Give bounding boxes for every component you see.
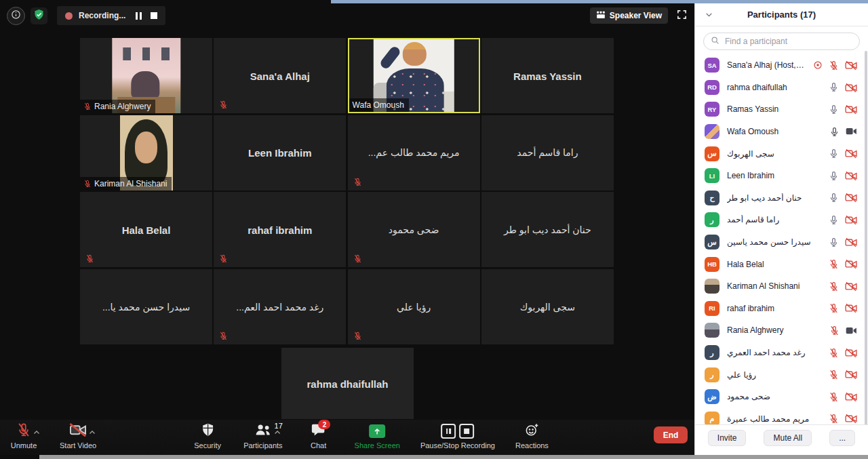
tile-name-label: rahaf ibrahim	[214, 224, 346, 235]
participant-name: Wafa Omoush	[727, 127, 822, 136]
muted-mic-icon	[829, 348, 839, 358]
video-off-icon	[845, 414, 857, 424]
chat-unread-badge: 2	[319, 420, 331, 429]
security-shield-icon	[201, 422, 215, 440]
invite-button[interactable]: Invite	[708, 430, 747, 446]
tile-name-label: Kariman Al Shishani	[80, 177, 172, 191]
participant-name: rahma dhaifullah	[727, 83, 821, 92]
muted-mic-icon	[353, 177, 362, 186]
chevron-down-icon	[705, 9, 713, 21]
participant-row[interactable]: RIrahaf ibrahim	[695, 298, 864, 320]
video-tile[interactable]: ...رغد محمد احمد العم	[214, 269, 346, 344]
avatar: ر	[705, 345, 719, 360]
participant-row[interactable]: RDrahma dhaifullah	[695, 77, 864, 99]
participant-name: حنان أحمد ديب ابو طر	[727, 193, 821, 203]
participant-row[interactable]: ممريم محمد طالب عميرة	[695, 408, 864, 425]
video-tile[interactable]: ...سيدرا حسن محمد يا	[80, 269, 212, 344]
participant-row[interactable]: LILeen Ibrahim	[695, 165, 864, 187]
video-tile[interactable]: ...مريم محمد طالب عم	[348, 115, 480, 191]
encryption-shield-button[interactable]	[31, 7, 47, 24]
participant-row[interactable]: سسجى الهربوك	[695, 142, 864, 165]
participant-name: Kariman Al Shishani	[727, 281, 821, 291]
chat-button[interactable]: 2Chat	[302, 422, 336, 450]
start-video-button[interactable]: Start Video	[58, 422, 98, 450]
chevron-up-icon[interactable]	[273, 427, 281, 439]
video-tile[interactable]: Ramas Yassin	[481, 38, 614, 113]
participant-row[interactable]: ررؤيا علي	[695, 363, 864, 386]
tile-name-label: رؤيا علي	[348, 302, 480, 313]
participant-row[interactable]: ضضحى محمود	[695, 386, 864, 408]
speaker-view-button[interactable]: Speaker View	[590, 7, 668, 24]
video-off-icon	[845, 83, 857, 93]
avatar	[705, 124, 719, 139]
end-meeting-button[interactable]: End	[654, 426, 688, 443]
participant-list-scrollbar[interactable]	[865, 51, 867, 437]
participant-name: سيدرا حسن محمد ياسين	[727, 237, 821, 247]
participant-list: SASana'a Alhaj (Host, me)RDrahma dhaiful…	[695, 54, 864, 424]
avatar: RY	[705, 102, 719, 117]
recording-label: Recording...	[79, 11, 125, 20]
avatar	[705, 279, 719, 294]
participant-row[interactable]: ححنان أحمد ديب ابو طر	[695, 187, 864, 209]
video-tile[interactable]: rahaf ibrahim	[214, 192, 346, 267]
search-input[interactable]	[724, 36, 852, 47]
recording-indicator: Recording...	[57, 6, 165, 25]
participants-button[interactable]: 17Participants	[242, 422, 283, 450]
camera-muted-icon	[69, 423, 87, 439]
pause-stop-recording-button[interactable]: Pause/Stop Recording	[419, 422, 496, 450]
video-tile[interactable]: Wafa Omoush	[348, 38, 480, 113]
participant-name: راما قاسم أحمد	[727, 215, 821, 224]
more-options-button[interactable]: ...	[829, 430, 855, 446]
muted-mic-icon	[85, 254, 94, 262]
meeting-info-button[interactable]	[7, 7, 25, 25]
mic-icon	[829, 127, 840, 137]
video-tile[interactable]: رؤيا علي	[348, 269, 480, 344]
participant-row[interactable]: Rania Alghwery	[695, 319, 864, 342]
tile-name-label: Wafa Omoush	[349, 98, 409, 112]
security-button[interactable]: Security	[191, 422, 224, 450]
video-tile[interactable]: Kariman Al Shishani	[80, 115, 212, 191]
chevron-up-icon[interactable]	[88, 427, 96, 439]
video-tile[interactable]: سجى الهربوك	[481, 269, 614, 344]
participant-name: رؤيا علي	[727, 370, 821, 380]
chevron-up-icon[interactable]	[33, 427, 41, 439]
video-tile[interactable]: Sana'a Alhaj	[214, 38, 346, 113]
muted-mic-icon	[829, 392, 839, 402]
participants-panel-title: Participants (17)	[747, 9, 816, 20]
participant-row[interactable]: ررغد محمد احمد العمري	[695, 342, 864, 364]
video-tile[interactable]: Rania Alghwery	[80, 38, 212, 113]
participants-icon	[254, 423, 272, 439]
panel-collapse-button[interactable]	[705, 9, 713, 22]
participant-row[interactable]: RYRamas Yassin	[695, 98, 864, 121]
participant-row[interactable]: Kariman Al Shishani	[695, 275, 864, 298]
video-off-icon	[845, 259, 857, 269]
participant-search-box[interactable]	[703, 33, 860, 50]
participant-row[interactable]: HBHala Belal	[695, 253, 864, 275]
info-icon	[11, 9, 21, 22]
mute-all-button[interactable]: Mute All	[764, 430, 812, 446]
meeting-main-area: Recording... Speaker View	[0, 0, 694, 459]
video-off-icon	[845, 237, 857, 247]
video-tile[interactable]: راما قاسم أحمد	[481, 115, 614, 191]
muted-mic-icon	[829, 60, 839, 71]
video-on-icon	[846, 326, 857, 335]
fullscreen-button[interactable]	[676, 9, 688, 23]
video-tile[interactable]: Leen Ibrahim	[214, 115, 346, 191]
video-tile[interactable]: Hala Belal	[80, 192, 212, 267]
video-off-icon	[845, 215, 857, 225]
stop-recording-button[interactable]	[151, 12, 157, 19]
video-tile[interactable]: ضحى محمود	[348, 192, 480, 267]
participant-row[interactable]: رراما قاسم أحمد	[695, 209, 864, 231]
unmute-button[interactable]: Unmute	[7, 422, 41, 450]
pause-recording-button[interactable]	[136, 12, 142, 20]
participant-row[interactable]: سسيدرا حسن محمد ياسين	[695, 231, 864, 254]
reactions-button[interactable]: Reactions	[514, 422, 550, 450]
share-screen-button[interactable]: Share Screen	[353, 422, 401, 450]
participant-row[interactable]: SASana'a Alhaj (Host, me)	[695, 54, 864, 77]
tile-name-label: Rania Alghwery	[80, 100, 155, 113]
video-tile[interactable]: rahma dhaifullah	[281, 348, 414, 419]
video-tile[interactable]: حنان أحمد ديب ابو طر	[481, 192, 614, 267]
participant-row[interactable]: Wafa Omoush	[695, 121, 864, 143]
video-off-icon	[845, 193, 857, 203]
toolbar-left-group: UnmuteStart Video	[7, 422, 98, 450]
